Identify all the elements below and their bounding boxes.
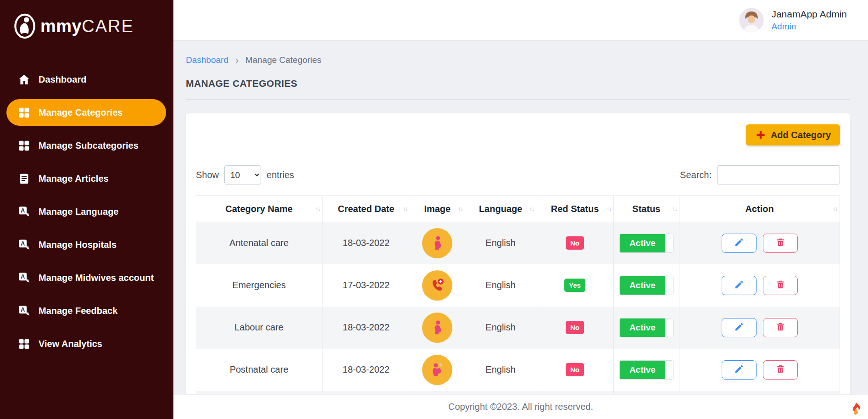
- column-header[interactable]: Language ↑↓: [465, 196, 536, 222]
- column-header[interactable]: Category Name ↑↓: [196, 196, 323, 222]
- edit-button[interactable]: [722, 276, 757, 295]
- pencil-icon: [734, 237, 744, 249]
- user-menu[interactable]: JanamApp Admin Admin: [725, 0, 868, 40]
- plus-icon: [755, 129, 766, 140]
- sort-icon[interactable]: ↑↓: [529, 205, 534, 212]
- trash-icon: [775, 322, 785, 333]
- status-toggle[interactable]: Active: [619, 360, 673, 380]
- language-cell: English: [465, 349, 536, 391]
- status-toggle[interactable]: Active: [619, 318, 673, 337]
- language-value: English: [485, 364, 516, 374]
- page-title: MANAGE CATEGORIES: [186, 78, 850, 89]
- grid-icon: [17, 106, 30, 119]
- breadcrumb-current: Manage Categories: [245, 55, 322, 65]
- status-label: Active: [620, 318, 665, 337]
- created-date: 18-03-2022: [343, 364, 389, 374]
- red-status-badge: No: [566, 363, 584, 376]
- edit-button[interactable]: [722, 234, 757, 253]
- language-cell: English: [465, 222, 536, 264]
- table-body: Antenatal care 18-03-2022 English No Act…: [196, 222, 840, 395]
- table-row: Postnatal care 18-03-2022 English No Act…: [196, 349, 840, 391]
- action-group: [679, 276, 840, 295]
- image-cell: [410, 264, 465, 307]
- sidebar-item-manage-articles[interactable]: Manage Articles: [6, 165, 166, 192]
- pencil-icon: [734, 364, 744, 375]
- user-role-link[interactable]: Admin: [771, 22, 847, 32]
- sidebar-item-label: Manage Hospitals: [39, 239, 117, 251]
- sidebar-item-dashboard[interactable]: Dashboard: [6, 66, 166, 93]
- status-toggle[interactable]: Active: [619, 276, 673, 295]
- user-avatar[interactable]: [739, 8, 764, 33]
- action-group: [679, 234, 840, 253]
- category-name: Labour care: [234, 322, 284, 332]
- delete-button[interactable]: [763, 276, 798, 295]
- breadcrumb-dashboard-link[interactable]: Dashboard: [186, 55, 228, 65]
- sort-icon[interactable]: ↑↓: [315, 205, 320, 212]
- show-label: Show: [196, 170, 219, 180]
- svg-text:A: A: [21, 240, 25, 247]
- trash-icon: [775, 237, 785, 249]
- created-date-cell: 18-03-2022: [323, 222, 410, 264]
- table-row: Emergencies 17-03-2022 English Yes Activ…: [196, 264, 840, 307]
- footer: Copyright ©2023. All right reserved.: [173, 394, 868, 419]
- sort-icon[interactable]: ↑↓: [606, 205, 611, 212]
- column-header-label: Language: [479, 204, 522, 214]
- top-bar: JanamApp Admin Admin: [173, 0, 868, 40]
- trash-icon: [775, 279, 785, 291]
- column-header[interactable]: Image ↑↓: [410, 196, 465, 222]
- sidebar: mmy CARE Dashboard Manage Categories Man…: [0, 0, 173, 419]
- translate-icon: A: [17, 305, 30, 317]
- breadcrumb: Dashboard › Manage Categories: [186, 54, 850, 66]
- image-cell: [410, 349, 465, 391]
- pregnant-woman-icon: [422, 313, 452, 343]
- category-name: Antenatal care: [229, 238, 289, 248]
- column-header-label: Red Status: [551, 204, 599, 214]
- action-cell: [679, 349, 840, 391]
- edit-button[interactable]: [722, 360, 757, 380]
- image-cell: [410, 391, 465, 395]
- column-header[interactable]: Red Status ↑↓: [536, 196, 613, 222]
- grid-icon: [17, 140, 30, 152]
- column-header[interactable]: Created Date ↑↓: [323, 196, 410, 222]
- entries-select[interactable]: 10: [224, 165, 261, 184]
- sidebar-item-manage-language[interactable]: A Manage Language: [6, 198, 166, 225]
- sort-icon[interactable]: ↑↓: [833, 205, 837, 212]
- column-header[interactable]: Status ↑↓: [613, 196, 679, 222]
- add-category-button[interactable]: Add Category: [746, 124, 840, 145]
- edit-button[interactable]: [722, 318, 757, 337]
- delete-button[interactable]: [763, 360, 798, 380]
- sidebar-item-manage-hospitals[interactable]: A Manage Hospitals: [6, 231, 166, 258]
- sidebar-item-manage-feedback[interactable]: A Manage Feedback: [6, 297, 166, 324]
- user-meta: JanamApp Admin Admin: [771, 9, 847, 32]
- status-toggle[interactable]: Active: [619, 234, 673, 253]
- toggle-knob: [665, 276, 673, 295]
- sort-icon[interactable]: ↑↓: [672, 205, 677, 212]
- sidebar-item-manage-categories[interactable]: Manage Categories: [6, 99, 166, 126]
- sidebar-item-manage-subcategories[interactable]: Manage Subcategories: [6, 132, 166, 159]
- category-name: Postnatal care: [230, 364, 289, 374]
- column-header[interactable]: Action ↑↓: [679, 196, 840, 222]
- grid-icon: [17, 338, 30, 350]
- delete-button[interactable]: [763, 318, 798, 337]
- created-date-cell: 18-03-2022: [323, 307, 410, 349]
- delete-button[interactable]: [763, 234, 798, 253]
- translate-icon: A: [17, 272, 30, 284]
- column-header-label: Category Name: [225, 204, 293, 214]
- search-input[interactable]: [717, 165, 840, 184]
- created-date: 18-03-2022: [343, 322, 389, 332]
- language-cell: English: [465, 307, 536, 349]
- sidebar-item-view-analytics[interactable]: View Analytics: [6, 330, 166, 357]
- app-logo[interactable]: mmy CARE: [0, 0, 173, 40]
- action-group: [679, 318, 840, 337]
- toggle-knob: [665, 234, 673, 252]
- pencil-icon: [734, 279, 744, 291]
- mother-baby-icon: [422, 355, 452, 385]
- created-date-cell: 18-03-2022: [323, 349, 410, 391]
- sort-icon[interactable]: ↑↓: [458, 205, 462, 212]
- action-cell: [679, 307, 840, 349]
- sort-icon[interactable]: ↑↓: [403, 205, 407, 212]
- red-status-cell: No: [536, 391, 613, 395]
- svg-text:A: A: [21, 274, 25, 280]
- sidebar-item-manage-midwives-account[interactable]: A Manage Midwives account: [6, 264, 166, 291]
- translate-icon: A: [17, 239, 30, 251]
